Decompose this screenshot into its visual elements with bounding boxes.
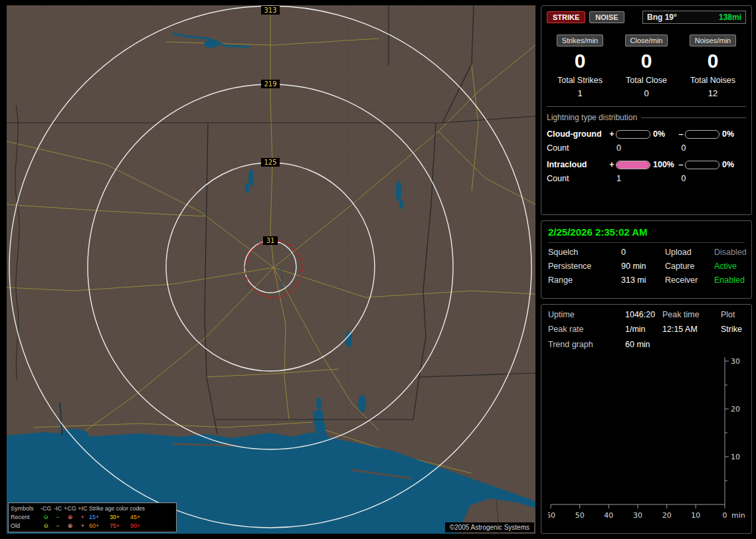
noises-per-min-value: 0 bbox=[680, 49, 746, 73]
status-panel: 2/25/2026 2:35:02 AM Squelch 0 Upload Di… bbox=[541, 220, 752, 299]
squelch-value: 0 bbox=[621, 248, 665, 257]
datetime-display: 2/25/2026 2:35:02 AM bbox=[548, 226, 745, 243]
svg-text:31: 31 bbox=[266, 237, 275, 244]
svg-text:50: 50 bbox=[575, 511, 585, 520]
age-60: 60+ bbox=[89, 522, 110, 530]
total-noises: Total Noises 12 bbox=[680, 76, 746, 98]
ic-minus-pct: 0% bbox=[719, 160, 746, 169]
noises-per-min-button[interactable]: Noises/min bbox=[690, 35, 736, 46]
range-label: Range bbox=[548, 275, 621, 285]
map-legend: Symbols -CG -IC +CG +IC Strike age color… bbox=[8, 502, 177, 532]
peak-time-value: 12:15 AM bbox=[662, 325, 721, 334]
trend-graph-label: Trend graph bbox=[548, 340, 625, 349]
cg-minus-pct: 0% bbox=[719, 129, 746, 139]
upload-status: Disabled bbox=[714, 248, 747, 257]
svg-text:219: 219 bbox=[264, 80, 276, 88]
trend-graph: 30 20 10 60 50 40 30 20 10 0 min bbox=[548, 352, 747, 523]
age-30: 30+ bbox=[110, 513, 130, 522]
legend-col-neg-ic: -IC bbox=[52, 504, 64, 513]
cg-plus-count: 0 bbox=[616, 143, 682, 153]
upload-label: Upload bbox=[665, 248, 714, 257]
capture-label: Capture bbox=[665, 262, 714, 271]
cloud-ground-row: Cloud-ground + 0% – 0% bbox=[547, 129, 746, 139]
peak-time-label: Peak time bbox=[662, 310, 721, 319]
neg-cg-old-icon: ⊖ bbox=[40, 522, 52, 530]
cg-minus-count: 0 bbox=[682, 143, 747, 153]
trend-row: Trend graph 60 min bbox=[548, 340, 745, 349]
cg-minus-bar bbox=[685, 130, 719, 139]
strikes-per-min-value: 0 bbox=[547, 49, 613, 73]
plus-sign: + bbox=[608, 129, 616, 139]
pos-ic-recent-icon: + bbox=[76, 513, 89, 522]
statistics-panel: STRIKE NOISE Bng 19° 138mi Strikes/min 0… bbox=[541, 5, 752, 215]
close-per-min-button[interactable]: Close/min bbox=[625, 35, 668, 46]
receiver-label: Receiver bbox=[665, 275, 714, 285]
section-divider bbox=[547, 106, 746, 107]
capture-status: Active bbox=[714, 262, 747, 271]
age-15: 15+ bbox=[89, 513, 110, 522]
bearing-value: Bng 19° bbox=[647, 13, 677, 22]
cg-plus-bar bbox=[616, 130, 650, 139]
close-per-min-value: 0 bbox=[613, 49, 680, 73]
ic-plus-count: 1 bbox=[616, 174, 682, 183]
squelch-label: Squelch bbox=[548, 248, 621, 257]
pos-cg-recent-icon: ⊕ bbox=[64, 513, 76, 522]
plot-value: Strike bbox=[721, 325, 745, 334]
receiver-status: Enabled bbox=[714, 275, 747, 285]
legend-symbols-header: Symbols bbox=[11, 504, 40, 513]
legend-recent-label: Recent bbox=[11, 513, 40, 522]
legend-col-pos-cg: +CG bbox=[64, 504, 76, 513]
age-45: 45+ bbox=[130, 513, 153, 522]
map-canvas: 313 219 125 31 bbox=[7, 5, 535, 534]
uptime-value: 1046:20 bbox=[625, 310, 662, 319]
svg-text:30: 30 bbox=[731, 357, 740, 366]
ic-minus-bar bbox=[685, 161, 719, 169]
persistence-label: Persistence bbox=[548, 262, 621, 271]
peak-rate-label: Peak rate bbox=[548, 325, 625, 334]
plot-label: Plot bbox=[721, 310, 745, 319]
ic-minus-count: 0 bbox=[682, 174, 747, 183]
lightning-map[interactable]: 313 219 125 31 Symbols -CG -IC +CG +IC S… bbox=[7, 5, 535, 534]
cloud-ground-label: Cloud-ground bbox=[547, 129, 608, 139]
noises-per-min-column: Noises/min 0 bbox=[680, 34, 746, 73]
legend-col-neg-cg: -CG bbox=[40, 504, 52, 513]
noise-mode-button[interactable]: NOISE bbox=[589, 11, 624, 23]
svg-text:20: 20 bbox=[662, 511, 672, 520]
trend-panel: Uptime 1046:20 Peak time Plot Peak rate … bbox=[541, 304, 752, 534]
neg-ic-recent-icon: − bbox=[52, 513, 64, 522]
count-label: Count bbox=[547, 174, 616, 183]
distribution-title: Lightning type distribution bbox=[547, 113, 746, 122]
strikes-per-min-button[interactable]: Strikes/min bbox=[557, 35, 603, 46]
svg-text:20: 20 bbox=[731, 405, 740, 414]
total-strikes-label: Total Strikes bbox=[547, 76, 613, 85]
uptime-label: Uptime bbox=[548, 310, 625, 319]
svg-text:60: 60 bbox=[548, 511, 555, 520]
pos-cg-old-icon: ⊕ bbox=[64, 522, 76, 530]
age-75: 75+ bbox=[110, 522, 130, 530]
neg-cg-recent-icon: ⊖ bbox=[40, 513, 52, 522]
svg-text:125: 125 bbox=[264, 159, 276, 166]
age-90: 90+ bbox=[130, 522, 153, 530]
legend-old-label: Old bbox=[11, 522, 40, 530]
plus-sign: + bbox=[608, 160, 616, 169]
minus-sign: – bbox=[677, 129, 685, 139]
legend-age-header: Strike age color codes bbox=[89, 504, 153, 513]
svg-text:40: 40 bbox=[604, 511, 613, 520]
legend-col-pos-ic: +IC bbox=[76, 504, 89, 513]
ic-plus-pct: 100% bbox=[650, 160, 677, 169]
svg-text:30: 30 bbox=[633, 511, 642, 520]
count-label: Count bbox=[547, 143, 616, 153]
intracloud-label: Intracloud bbox=[547, 160, 608, 169]
neg-ic-old-icon: − bbox=[52, 522, 64, 530]
strike-mode-button[interactable]: STRIKE bbox=[547, 11, 585, 23]
total-close: Total Close 0 bbox=[613, 76, 680, 98]
svg-text:0: 0 bbox=[723, 511, 727, 520]
close-per-min-column: Close/min 0 bbox=[613, 34, 680, 73]
pos-ic-old-icon: + bbox=[76, 522, 89, 530]
persistence-value: 90 min bbox=[621, 262, 665, 271]
bearing-readout: Bng 19° 138mi bbox=[642, 11, 746, 24]
total-close-value: 0 bbox=[613, 88, 680, 98]
totals-row: Total Strikes 1 Total Close 0 Total Nois… bbox=[547, 76, 746, 98]
ic-plus-bar bbox=[616, 161, 650, 169]
intracloud-row: Intracloud + 100% – 0% bbox=[547, 160, 746, 169]
